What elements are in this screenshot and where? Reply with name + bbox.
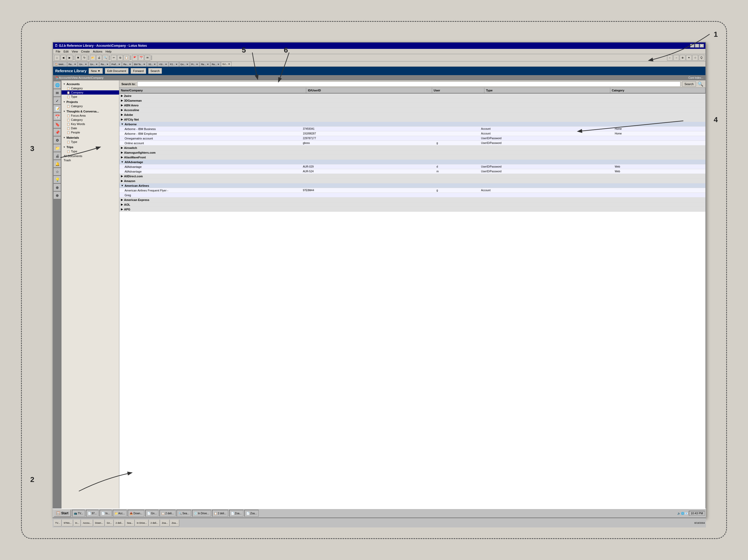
tab-gn1[interactable]: Gn... ✕ bbox=[78, 62, 88, 67]
tab-gn3[interactable]: Gn... ✕ bbox=[179, 62, 190, 67]
left-icon-pin[interactable]: 📌 bbox=[54, 129, 61, 136]
tab-pr[interactable]: Pr... ✕ bbox=[190, 62, 200, 67]
toolbar-home[interactable]: ⌂ bbox=[54, 55, 60, 61]
new-button[interactable]: New ▼ bbox=[89, 68, 103, 74]
left-icon-star[interactable]: ☆ bbox=[54, 168, 61, 175]
t2-item-4[interactable]: Accou... bbox=[81, 519, 93, 527]
sidebar-accounts-header[interactable]: ▼ Accounts bbox=[62, 82, 119, 86]
row-airswitch[interactable]: ▶ Airswitch bbox=[119, 146, 705, 150]
tab-3s[interactable]: 3S... ✕ bbox=[147, 62, 157, 67]
start-button[interactable]: 🪟 Start bbox=[54, 510, 71, 517]
tab-si[interactable]: >SI... ✕ bbox=[158, 62, 168, 67]
forward-button[interactable]: Forward bbox=[131, 68, 146, 74]
sidebar-materials-header[interactable]: ▼ Materials bbox=[62, 136, 119, 140]
search-button[interactable]: Search bbox=[682, 81, 696, 87]
t2-item-3[interactable]: In... bbox=[74, 519, 81, 527]
taskbar-item-indrive[interactable]: 💿 In Drive... bbox=[192, 510, 211, 517]
toolbar-search[interactable]: 🔍 bbox=[102, 55, 108, 61]
toolbar-copy[interactable]: ⧉ bbox=[117, 55, 123, 61]
toolbar-paste[interactable]: 📋 bbox=[123, 55, 129, 61]
t2-item-10[interactable]: 2 deli... bbox=[149, 519, 160, 527]
toolbar-btn-extra1[interactable]: ← bbox=[667, 55, 673, 61]
search-icon[interactable]: 🔍 bbox=[698, 81, 703, 87]
row-airborne[interactable]: ▼ Airborne bbox=[119, 122, 705, 127]
row-apg[interactable]: ▶ APG bbox=[119, 207, 705, 212]
tab-bm[interactable]: BM Te... ✕ bbox=[133, 62, 147, 67]
row-aol[interactable]: ▶ AOL bbox=[119, 202, 705, 207]
left-icon-bell[interactable]: 🔔 bbox=[54, 160, 61, 168]
t2-item-8[interactable]: Sea... bbox=[125, 519, 135, 527]
row-adobe[interactable]: ▶ Adobe bbox=[119, 113, 705, 117]
sidebar-thoughts-date[interactable]: 📋 Date bbox=[62, 126, 119, 130]
sidebar-thoughts-keywords[interactable]: 📋 Key Words bbox=[62, 122, 119, 126]
taskbar-item-97[interactable]: 📄 97... bbox=[86, 510, 98, 517]
row-airborne-ibm-business[interactable]: Airborne - IBM Business 37459341 Account… bbox=[119, 127, 705, 131]
left-icon-check[interactable]: ✓ bbox=[54, 97, 61, 104]
taskbar-item-down[interactable]: 📥 Down... bbox=[128, 510, 144, 517]
row-airborne-ibm-employee[interactable]: Airborne - IBM Employee 191898287 Accoun… bbox=[119, 131, 705, 136]
t2-item-1[interactable]: TV... bbox=[54, 519, 62, 527]
sidebar-trips-header[interactable]: ▼ Trips bbox=[62, 145, 119, 149]
row-alladvantage-2[interactable]: AllAdvantage AUR-524 m UserID/Password W… bbox=[119, 169, 705, 174]
left-icon-print[interactable]: 🖨 bbox=[54, 152, 61, 160]
close-button[interactable]: ✕ bbox=[700, 44, 704, 48]
row-omegamatrix[interactable]: Omegamatrix account 229787177 UserID/Pas… bbox=[119, 136, 705, 141]
sidebar-thoughts-people[interactable]: 📋 People bbox=[62, 130, 119, 135]
row-aliaswavefront[interactable]: ▶ AliasWaveFront bbox=[119, 155, 705, 160]
toolbar-forward[interactable]: ▶ bbox=[67, 55, 73, 61]
menu-file[interactable]: File bbox=[54, 50, 62, 53]
left-icon-gear[interactable]: ⚙ bbox=[54, 137, 61, 144]
left-icon-globe[interactable]: 🌐 bbox=[54, 81, 61, 89]
tab-pref[interactable]: Pref... ✕ bbox=[110, 62, 122, 67]
tab-welc[interactable]: 🏠 Welc... bbox=[54, 62, 67, 67]
taskbar-item-sea[interactable]: 🔍 Sea... bbox=[177, 510, 191, 517]
sidebar-thoughts-focusarea[interactable]: 📋 Focus Area bbox=[62, 114, 119, 118]
taskbar-item-zoa2[interactable]: 📄 Zoa... bbox=[244, 510, 259, 517]
tab-re2[interactable]: Re... ✕ bbox=[99, 62, 110, 67]
menu-view[interactable]: View bbox=[70, 50, 80, 53]
toolbar-btn-extra5[interactable]: ☆ bbox=[692, 55, 698, 61]
left-icon-calendar[interactable]: 📅 bbox=[54, 113, 61, 120]
sidebar-thoughts-header[interactable]: ▼ Thoughts & Conversa... bbox=[62, 109, 119, 114]
row-online-account[interactable]: Online account gboss g UserID/Password bbox=[119, 141, 705, 146]
row-accessline[interactable]: ▶ Accessline bbox=[119, 108, 705, 113]
sidebar-trash[interactable]: Trash bbox=[62, 158, 119, 162]
sidebar-all-documents[interactable]: All Documents bbox=[62, 154, 119, 158]
menu-help[interactable]: Help bbox=[104, 50, 113, 53]
tab-gj[interactable]: GJ... ✕ bbox=[221, 62, 232, 67]
t2-item-9[interactable]: In Drive... bbox=[135, 519, 148, 527]
sidebar-projects-category[interactable]: 📋 Category bbox=[62, 104, 119, 108]
toolbar-calendar[interactable]: 📅 bbox=[138, 55, 144, 61]
t2-item-6[interactable]: Gn... bbox=[105, 519, 114, 527]
taskbar-item-tv[interactable]: 📺 TV... bbox=[72, 510, 85, 517]
t2-item-5[interactable]: Down... bbox=[94, 519, 105, 527]
minimize-button[interactable]: _ bbox=[690, 44, 694, 48]
taskbar-item-acc[interactable]: 📁 Acc... bbox=[113, 510, 127, 517]
taskbar-item-2deli[interactable]: 📋 2 deli... bbox=[160, 510, 176, 517]
left-icon-mail[interactable]: ✉ bbox=[54, 89, 61, 97]
toolbar-open[interactable]: 📂 bbox=[90, 55, 96, 61]
row-aa-greg[interactable]: Greg bbox=[119, 193, 705, 197]
left-icon-add1[interactable]: ⊕ bbox=[54, 184, 61, 191]
row-american-express[interactable]: ▶ American Express bbox=[119, 197, 705, 202]
row-alamogunfighters[interactable]: ▶ Alamogunfighters.com bbox=[119, 150, 705, 155]
left-icon-folder[interactable]: 📁 bbox=[54, 144, 61, 152]
taskbar-item-zoa1[interactable]: 📄 Zoa... bbox=[229, 510, 243, 517]
sidebar-projects-header[interactable]: ▼ Projects bbox=[62, 100, 119, 104]
toolbar-stop[interactable]: ✖ bbox=[75, 55, 81, 61]
t2-item-11[interactable]: Zoa... bbox=[160, 519, 169, 527]
menu-create[interactable]: Create bbox=[79, 50, 91, 53]
sidebar-thoughts-category[interactable]: 📋 Category bbox=[62, 118, 119, 122]
toolbar-refresh[interactable]: ↻ bbox=[81, 55, 87, 61]
sidebar-materials-type[interactable]: 📋 Type bbox=[62, 140, 119, 144]
tab-re5[interactable]: Re... ✕ bbox=[211, 62, 221, 67]
toolbar-back[interactable]: ◀ bbox=[61, 55, 66, 61]
left-icon-bulb[interactable]: 💡 bbox=[54, 176, 61, 183]
left-icon-bookmark[interactable]: 🔖 bbox=[54, 121, 61, 128]
menu-edit[interactable]: Edit bbox=[62, 50, 70, 53]
menu-actions[interactable]: Actions bbox=[91, 50, 104, 53]
left-icon-add2[interactable]: ⊕ bbox=[54, 192, 61, 199]
edit-document-button[interactable]: Edit Document bbox=[105, 68, 128, 74]
maximize-button[interactable]: □ bbox=[695, 44, 699, 48]
toolbar-btn-extra6[interactable]: Q bbox=[699, 55, 704, 61]
